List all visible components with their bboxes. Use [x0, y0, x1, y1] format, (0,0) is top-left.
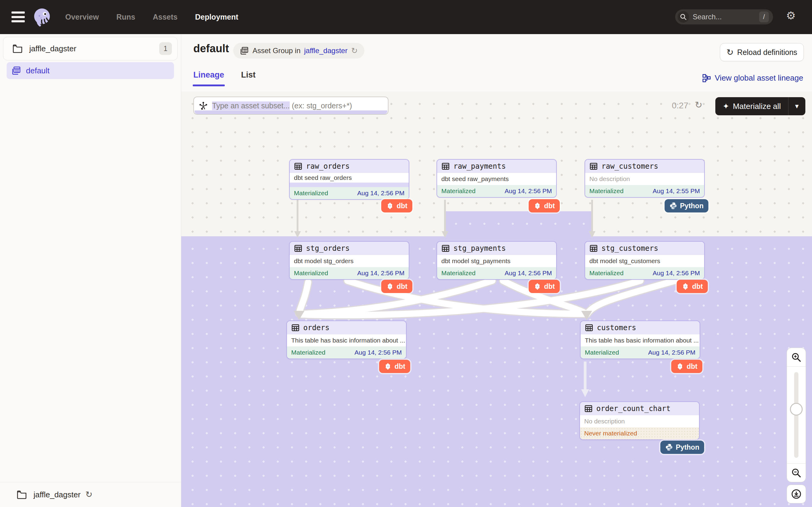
page-header: default Asset Group in jaffle_dagster ↻ … — [181, 34, 812, 92]
dbt-kind-badge[interactable]: dbt — [379, 360, 410, 373]
top-navigation-bar: Overview Runs Assets Deployment Search..… — [0, 0, 812, 34]
asset-status-row: MaterializedAug 14, 2:55 PM — [585, 185, 704, 197]
search-placeholder: Search... — [693, 13, 759, 21]
zoom-slider-handle[interactable] — [790, 403, 803, 415]
asset-status-row: MaterializedAug 14, 2:56 PM — [290, 267, 409, 279]
dbt-icon — [681, 282, 689, 290]
table-icon — [589, 162, 598, 170]
tab-lineage[interactable]: Lineage — [193, 70, 224, 86]
asset-description: dbt seed raw_payments — [437, 173, 556, 185]
reload-definitions-button[interactable]: ↻ Reload definitions — [720, 43, 804, 61]
search-icon — [677, 11, 689, 23]
asset-highlight-strip — [290, 182, 409, 187]
asset-description: dbt seed raw_orders — [290, 173, 409, 182]
asset-node-order-count-chart[interactable]: order_count_chart No description Never m… — [579, 401, 700, 440]
table-icon — [441, 162, 450, 170]
dbt-icon — [676, 362, 684, 370]
refresh-icon[interactable]: ↻ — [695, 100, 702, 110]
nav-item-overview[interactable]: Overview — [65, 13, 99, 21]
asset-status-row: MaterializedAug 14, 2:56 PM — [290, 187, 409, 199]
zoom-in-icon — [791, 352, 801, 362]
recenter-view-button[interactable] — [786, 485, 806, 503]
dbt-kind-badge[interactable]: dbt — [381, 280, 412, 293]
asset-status-row: Never materialized — [580, 427, 699, 439]
page-title: default — [193, 42, 229, 55]
asset-description: dbt model stg_orders — [290, 255, 409, 267]
asset-description: This table has basic information about .… — [580, 334, 700, 346]
sidebar-repo-jaffle-dagster[interactable]: jaffle_dagster 1 — [3, 37, 177, 60]
materialize-all-button[interactable]: ✦Materialize all ▼ — [715, 97, 805, 115]
python-icon — [665, 443, 673, 451]
asset-node-customers[interactable]: customers This table has basic informati… — [580, 321, 700, 359]
lineage-graph-icon — [702, 74, 711, 83]
table-icon — [585, 324, 593, 332]
dbt-kind-badge[interactable]: dbt — [381, 199, 412, 213]
dbt-kind-badge[interactable]: dbt — [529, 199, 560, 213]
nav-items: Overview Runs Assets Deployment — [65, 0, 238, 34]
dagster-logo[interactable] — [32, 7, 53, 28]
asset-description: dbt model stg_payments — [437, 255, 556, 267]
asset-status-row: MaterializedAug 14, 2:56 PM — [585, 267, 704, 279]
asset-node-stg-payments[interactable]: stg_payments dbt model stg_payments Mate… — [437, 241, 557, 280]
tab-list[interactable]: List — [241, 70, 256, 86]
hamburger-menu-icon[interactable] — [11, 11, 25, 22]
asset-node-stg-customers[interactable]: stg_customers dbt model stg_customers Ma… — [585, 241, 705, 280]
zoom-out-button[interactable] — [787, 463, 806, 482]
search-shortcut-badge: / — [759, 11, 769, 22]
asset-description: dbt model stg_customers — [585, 255, 704, 267]
dbt-kind-badge[interactable]: dbt — [677, 280, 708, 293]
refresh-icon[interactable]: ↻ — [86, 490, 92, 499]
recenter-icon — [790, 488, 802, 500]
asset-node-raw-payments[interactable]: raw_payments dbt seed raw_payments Mater… — [437, 159, 557, 198]
selection-region — [445, 211, 592, 237]
dbt-kind-badge[interactable]: dbt — [529, 280, 560, 293]
asset-node-orders[interactable]: orders This table has basic information … — [286, 321, 407, 359]
nav-item-deployment[interactable]: Deployment — [195, 13, 238, 21]
reload-icon: ↻ — [726, 47, 733, 57]
materialize-dropdown-caret[interactable]: ▼ — [789, 97, 805, 115]
asset-status-row: MaterializedAug 14, 2:56 PM — [437, 267, 556, 279]
view-global-asset-lineage-link[interactable]: View global asset lineage — [702, 73, 803, 83]
filter-placeholder: (ex: stg_orders+*) — [290, 101, 352, 110]
python-icon — [669, 202, 677, 210]
asset-node-stg-orders[interactable]: stg_orders dbt model stg_orders Material… — [289, 241, 409, 280]
asset-group-icon — [11, 66, 21, 75]
repo-count-badge: 1 — [159, 42, 172, 55]
asset-description: No description — [580, 415, 699, 427]
sidebar-footer: jaffle_dagster ↻ — [0, 482, 181, 507]
asset-status-row: MaterializedAug 14, 2:56 PM — [437, 185, 556, 197]
nav-item-assets[interactable]: Assets — [153, 13, 177, 21]
folder-icon — [12, 44, 23, 53]
asset-group-repo-link[interactable]: jaffle_dagster — [304, 47, 348, 55]
python-kind-badge[interactable]: Python — [660, 441, 704, 454]
refresh-icon[interactable]: ↻ — [351, 47, 358, 55]
dbt-icon — [534, 282, 541, 290]
dbt-icon — [386, 202, 394, 210]
footer-repo-name[interactable]: jaffle_dagster — [34, 490, 81, 500]
zoom-out-icon — [791, 468, 801, 478]
dbt-icon — [384, 362, 392, 370]
table-icon — [294, 244, 302, 252]
asset-subset-input[interactable]: Type an asset subset... (ex: stg_orders+… — [193, 97, 389, 115]
python-kind-badge[interactable]: Python — [665, 199, 708, 213]
sidebar-item-default[interactable]: default — [7, 62, 174, 79]
search-input[interactable]: Search... / — [675, 9, 773, 24]
asset-status-row: MaterializedAug 14, 2:56 PM — [580, 346, 700, 358]
refresh-timer: 0:27 — [672, 101, 689, 110]
asset-status-row: MaterializedAug 14, 2:56 PM — [287, 346, 406, 358]
asset-description: No description — [585, 173, 704, 185]
asset-group-pill: Asset Group in jaffle_dagster ↻ — [233, 43, 364, 59]
table-icon — [441, 244, 450, 252]
repo-name: jaffle_dagster — [29, 44, 159, 53]
asset-group-icon — [240, 46, 249, 55]
asset-node-raw-customers[interactable]: raw_customers No description Materialize… — [585, 159, 705, 198]
zoom-in-button[interactable] — [787, 348, 806, 367]
gear-icon[interactable]: ⚙ — [786, 10, 796, 21]
dbt-kind-badge[interactable]: dbt — [671, 360, 702, 373]
nav-item-runs[interactable]: Runs — [116, 13, 135, 21]
asset-subset-filter-icon — [199, 101, 208, 110]
sidebar-item-label: default — [26, 66, 50, 75]
filter-placeholder: Type an asset subset... — [212, 101, 290, 110]
asset-node-raw-orders[interactable]: raw_orders dbt seed raw_orders Materiali… — [289, 159, 409, 200]
folder-icon — [17, 490, 27, 499]
